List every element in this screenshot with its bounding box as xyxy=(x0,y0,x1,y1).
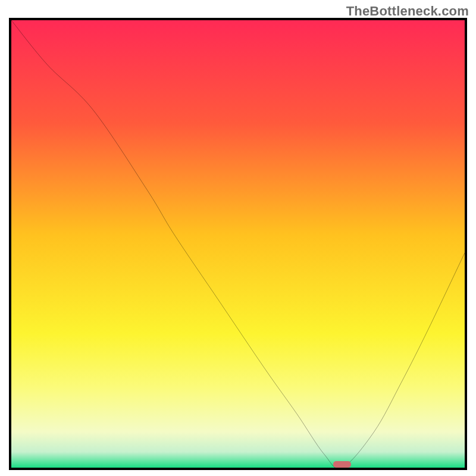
bottleneck-curve xyxy=(11,20,465,468)
watermark-text: TheBottleneck.com xyxy=(346,4,469,19)
chart-container: TheBottleneck.com xyxy=(0,0,476,476)
plot-area xyxy=(9,18,467,470)
minimum-marker xyxy=(333,461,351,468)
